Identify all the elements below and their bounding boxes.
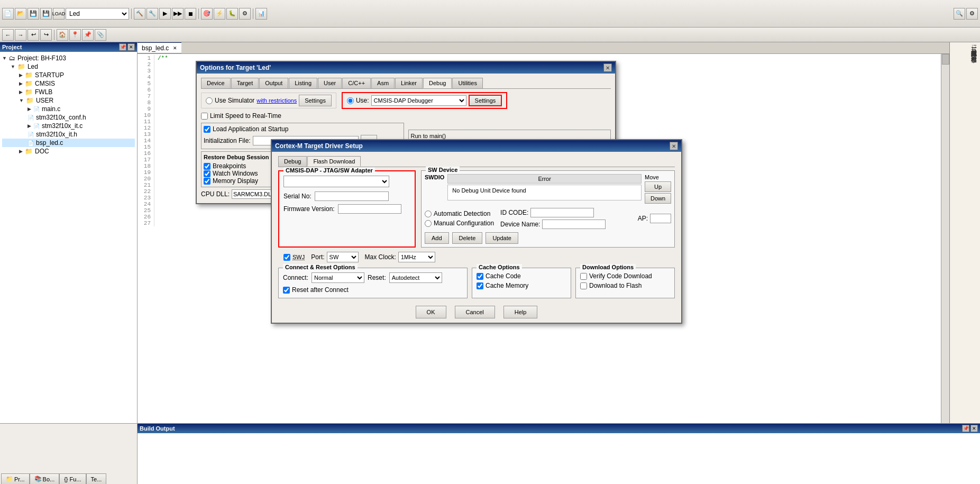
build-output-close-btn[interactable]: ✕ <box>970 425 978 432</box>
swj-checkbox[interactable] <box>283 254 290 261</box>
tree-item-led[interactable]: ▼ 📁 Led <box>2 62 135 71</box>
toolbar2-btn8[interactable]: 📎 <box>95 29 106 41</box>
panel-close-btn[interactable]: ✕ <box>127 43 135 51</box>
options-tab-cpp[interactable]: C/C++ <box>342 78 371 88</box>
simulator-settings-btn[interactable]: Settings <box>299 95 332 106</box>
add-btn[interactable]: Add <box>425 232 449 244</box>
cortex-dialog-close-btn[interactable]: ✕ <box>670 142 678 150</box>
cortex-tab-flash[interactable]: Flash Download <box>307 156 361 167</box>
reset-select[interactable]: Autodetect <box>389 272 442 283</box>
toolbar2-btn1[interactable]: ← <box>2 29 14 41</box>
code-tab-close-icon[interactable]: ✕ <box>173 45 177 51</box>
toolbar-btn-build[interactable]: 🔨 <box>134 8 145 20</box>
toolbar-btn-run[interactable]: ▶▶ <box>172 8 184 20</box>
options-tab-listing[interactable]: Listing <box>289 78 317 88</box>
options-tab-output[interactable]: Output <box>259 78 288 88</box>
options-dialog-close-btn[interactable]: ✕ <box>603 63 612 72</box>
toolbar-btn-stop[interactable]: ⏹ <box>185 8 196 20</box>
with-restrictions-link[interactable]: with restrictions <box>257 97 297 104</box>
toolbar-btn-config[interactable]: ⚙ <box>966 8 978 20</box>
connect-select[interactable]: Normal <box>312 272 364 283</box>
toolbar2-btn2[interactable]: → <box>15 29 26 41</box>
cortex-cancel-btn[interactable]: Cancel <box>455 306 495 318</box>
move-down-btn[interactable]: Down <box>645 193 671 204</box>
verify-code-checkbox[interactable] <box>580 273 587 280</box>
tree-item-cmsis[interactable]: ▶ 📁 CMSIS <box>2 79 135 88</box>
tree-item-stm32-it-h[interactable]: 📄 stm32f10x_it.h <box>2 130 135 139</box>
toolbar2-btn3[interactable]: ↩ <box>28 29 39 41</box>
cortex-tab-debug[interactable]: Debug <box>278 156 307 167</box>
tree-item-user[interactable]: ▼ 📁 USER <box>2 96 135 105</box>
tree-item-stm32-conf[interactable]: 📄 stm32f10x_conf.h <box>2 113 135 122</box>
toolbar-btn-settings[interactable]: ⚙ <box>239 8 251 20</box>
toolbar-btn-rebuild[interactable]: 🔧 <box>146 8 158 20</box>
limit-speed-checkbox[interactable] <box>201 113 208 120</box>
scrollbar-thumb[interactable] <box>942 54 949 65</box>
memory-display-checkbox[interactable] <box>204 178 210 185</box>
toolbar-btn-load[interactable]: LOAD <box>53 8 65 20</box>
debugger-select[interactable]: CMSIS-DAP Debugger <box>371 95 466 106</box>
panel-pin-btn[interactable]: 📌 <box>119 43 126 51</box>
firmware-version-input[interactable] <box>338 204 401 214</box>
toolbar-btn-save[interactable]: 💾 <box>28 8 39 20</box>
toolbar-btn-target[interactable]: 🎯 <box>201 8 213 20</box>
load-app-checkbox[interactable] <box>204 126 210 133</box>
options-tab-utilities[interactable]: Utilities <box>452 78 482 88</box>
bottom-tab-project[interactable]: 📁 Pr... <box>1 473 30 484</box>
serial-no-input[interactable] <box>315 191 389 201</box>
tree-item-bsp-led[interactable]: 📄 bsp_led.c <box>2 139 135 147</box>
toolbar2-btn5[interactable]: 🏠 <box>57 29 68 41</box>
options-tab-linker[interactable]: Linker <box>395 78 423 88</box>
id-code-input[interactable] <box>530 208 594 217</box>
bottom-tab-book[interactable]: 📚 Bo... <box>30 473 60 484</box>
reset-after-connect-checkbox[interactable] <box>283 287 290 294</box>
manual-config-radio[interactable] <box>425 220 432 227</box>
toolbar-btn-options[interactable]: 📊 <box>255 8 267 20</box>
max-clock-select[interactable]: 1MHz <box>398 252 435 262</box>
watch-windows-checkbox[interactable] <box>204 170 210 177</box>
port-select[interactable]: SW <box>327 252 359 262</box>
tree-item-root[interactable]: ▼ 🗂 Project: BH-F103 <box>2 54 135 62</box>
update-btn[interactable]: Update <box>486 232 518 244</box>
cache-code-checkbox[interactable] <box>477 273 483 280</box>
tree-item-main-c[interactable]: ▶ 📄 main.c <box>2 105 135 113</box>
options-tab-debug[interactable]: Debug <box>423 78 452 88</box>
cmsis-adapter-select[interactable] <box>283 176 389 187</box>
cache-memory-checkbox[interactable] <box>477 282 483 289</box>
toolbar-btn-flash[interactable]: ⚡ <box>214 8 225 20</box>
options-tab-device[interactable]: Device <box>201 78 231 88</box>
tree-item-fwlb[interactable]: ▶ 📁 FWLB <box>2 88 135 96</box>
options-tab-user[interactable]: User <box>318 78 342 88</box>
delete-btn[interactable]: Delete <box>452 232 483 244</box>
toolbar-btn-search[interactable]: 🔍 <box>954 8 965 20</box>
download-flash-checkbox[interactable] <box>580 282 587 289</box>
tree-item-stm32-it-c[interactable]: ▶ 📄 stm32f10x_it.c <box>2 122 135 130</box>
cortex-ok-btn[interactable]: OK <box>416 306 446 318</box>
use-debugger-radio[interactable] <box>347 97 354 104</box>
breakpoints-checkbox[interactable] <box>204 163 210 170</box>
project-name-combo[interactable]: Led <box>66 8 129 20</box>
code-tab-bsp-led[interactable]: bsp_led.c ✕ <box>138 42 181 53</box>
build-output-pin-btn[interactable]: 📌 <box>962 425 969 432</box>
use-simulator-radio[interactable] <box>206 97 213 104</box>
toolbar-btn-open[interactable]: 📂 <box>15 8 26 20</box>
ap-input[interactable] <box>650 214 671 223</box>
tree-item-startup[interactable]: ▶ 📁 STARTUP <box>2 71 135 79</box>
debugger-settings-btn[interactable]: Settings <box>469 95 502 106</box>
device-name-input[interactable] <box>542 220 606 229</box>
options-tab-target[interactable]: Target <box>231 78 259 88</box>
toolbar-btn-debug[interactable]: 🐛 <box>226 8 238 20</box>
tree-item-doc[interactable]: ▶ 📁 DOC <box>2 147 135 156</box>
toolbar-btn-new[interactable]: 📄 <box>2 8 14 20</box>
auto-detect-radio[interactable] <box>425 211 432 217</box>
cortex-help-btn[interactable]: Help <box>503 306 538 318</box>
vertical-scrollbar[interactable] <box>941 54 949 423</box>
bottom-tab-template[interactable]: Te... <box>86 473 107 484</box>
toolbar2-btn7[interactable]: 📌 <box>82 29 94 41</box>
options-tab-asm[interactable]: Asm <box>371 78 395 88</box>
toolbar2-btn6[interactable]: 📍 <box>69 29 81 41</box>
toolbar-btn-saveall[interactable]: 💾 <box>40 8 52 20</box>
bottom-tab-func[interactable]: {} Fu... <box>59 473 86 484</box>
toolbar2-btn4[interactable]: ↪ <box>40 29 52 41</box>
move-up-btn[interactable]: Up <box>645 181 671 192</box>
